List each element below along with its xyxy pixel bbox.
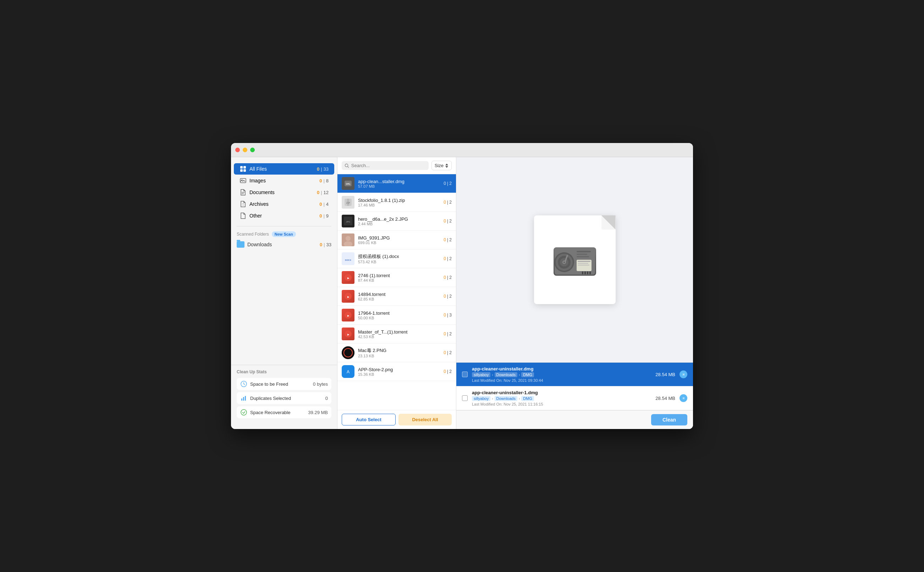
sort-arrows-icon bbox=[445, 163, 449, 168]
auto-select-button[interactable]: Auto Select bbox=[342, 414, 396, 426]
file-thumb-zip1: ZIP bbox=[342, 196, 354, 209]
file-size-jpg2: 699.01 KB bbox=[358, 241, 440, 245]
file-item-jpg1[interactable]: JPG hero__d6a...e_2x 2.JPG 2.44 MB 0 | 2 bbox=[337, 212, 456, 231]
sort-label: Size bbox=[435, 163, 444, 168]
preview-panel: app-cleaner-uninstaller.dmg sillyaboy › … bbox=[456, 157, 693, 429]
file-dupe-jpg1: 0 | 2 bbox=[444, 219, 452, 224]
file-size-torrent1: 87.44 KB bbox=[358, 278, 440, 283]
file-info-torrent2: 14894.torrent 62.85 KB bbox=[358, 292, 440, 301]
file-item-jpg2[interactable]: IMG_9391.JPG 699.01 KB 0 | 2 bbox=[337, 231, 456, 249]
svg-text:DOCX: DOCX bbox=[345, 259, 351, 261]
stat-space-freed: Space to be Freed 0 bytes bbox=[237, 378, 331, 390]
file-dupe-jpg2: 0 | 2 bbox=[444, 237, 452, 242]
sidebar-item-all-files[interactable]: All Files 0 | 33 bbox=[234, 163, 334, 174]
images-badge: 0 | 8 bbox=[319, 178, 329, 183]
svg-rect-43 bbox=[577, 251, 591, 252]
dup-finder-btn-2[interactable]: ⌘ bbox=[680, 394, 687, 402]
deselect-all-button[interactable]: Deselect All bbox=[399, 414, 452, 426]
archives-icon bbox=[239, 201, 247, 208]
hdd-preview-icon bbox=[552, 240, 598, 279]
clock-icon bbox=[240, 380, 247, 387]
dup-modified-1: Last Modified On: Nov 25, 2021 09:30:44 bbox=[472, 378, 651, 382]
search-input[interactable] bbox=[351, 163, 426, 168]
file-dupe-torrent1: 0 | 2 bbox=[444, 275, 452, 280]
file-list-footer: Auto Select Deselect All bbox=[337, 410, 456, 429]
file-item-docx1[interactable]: DOCX 授权函模板 (1).docx 573.42 KB 0 | 2 bbox=[337, 249, 456, 268]
all-files-badge: 0 | 33 bbox=[317, 166, 329, 172]
finder-icon-1: ⌘ bbox=[681, 372, 686, 376]
sidebar-item-other[interactable]: Other 0 | 9 bbox=[234, 210, 334, 221]
svg-text:⌘: ⌘ bbox=[682, 397, 685, 399]
duplicates-selected-label: Duplicates Selected bbox=[250, 396, 323, 401]
search-bar: Size bbox=[337, 157, 456, 174]
documents-label: Documents bbox=[250, 190, 314, 195]
svg-rect-3 bbox=[244, 169, 246, 172]
dup-path-1: sillyaboy › Downloads › DMG bbox=[472, 372, 651, 377]
search-input-wrapper[interactable] bbox=[342, 161, 429, 170]
svg-text:DMG: DMG bbox=[346, 183, 351, 186]
sort-dropdown[interactable]: Size bbox=[432, 161, 452, 170]
space-recoverable-value: 39.29 MB bbox=[308, 410, 328, 415]
file-size-jpg1: 2.44 MB bbox=[358, 222, 440, 226]
clean-button[interactable]: Clean bbox=[651, 414, 687, 426]
file-dupe-torrent4: 0 | 2 bbox=[444, 331, 452, 336]
file-item-dmg1[interactable]: DMG app-clean...staller.dmg 57.07 MB 0 |… bbox=[337, 174, 456, 193]
scanned-folders-label: Scanned Folders bbox=[237, 232, 269, 237]
duplicate-entry-2[interactable]: app-cleaner-uninstaller-1.dmg sillyaboy … bbox=[456, 386, 693, 410]
file-info-png1: Mac毒 2.PNG 23.13 KB bbox=[358, 347, 440, 358]
file-item-torrent4[interactable]: ▶ Master_of_T...(1).torrent 42.53 KB 0 |… bbox=[337, 325, 456, 344]
close-button[interactable] bbox=[235, 148, 240, 152]
file-item-torrent2[interactable]: ▶ 14894.torrent 62.85 KB 0 | 2 bbox=[337, 287, 456, 306]
file-dupe-torrent3: 0 | 3 bbox=[444, 312, 452, 317]
dup-checkbox-1[interactable] bbox=[462, 371, 468, 377]
zip-thumb-icon: ZIP bbox=[344, 198, 353, 207]
svg-text:A: A bbox=[347, 369, 349, 375]
svg-line-15 bbox=[348, 166, 349, 168]
duplicate-entry-1[interactable]: app-cleaner-uninstaller.dmg sillyaboy › … bbox=[456, 363, 693, 386]
stat-duplicates-selected: Duplicates Selected 0 bbox=[237, 392, 331, 404]
file-item-torrent1[interactable]: ▶ 2746 (1).torrent 87.44 KB 0 | 2 bbox=[337, 268, 456, 287]
svg-rect-45 bbox=[577, 256, 589, 257]
preview-top bbox=[456, 157, 693, 362]
file-name-jpg1: hero__d6a...e_2x 2.JPG bbox=[358, 216, 440, 222]
file-thumb-png2: A bbox=[342, 365, 354, 378]
sidebar-item-downloads-folder[interactable]: Downloads 0 | 33 bbox=[231, 239, 337, 250]
file-item-png1[interactable]: Mac毒 2.PNG 23.13 KB 0 | 2 bbox=[337, 344, 456, 362]
sidebar-categories: All Files 0 | 33 bbox=[231, 162, 337, 223]
space-freed-label: Space to be Freed bbox=[250, 381, 310, 387]
sidebar-item-documents[interactable]: Documents 0 | 12 bbox=[234, 187, 334, 198]
sidebar-item-archives[interactable]: Archives 0 | 4 bbox=[234, 198, 334, 210]
torrent3-thumb-icon: ▶ bbox=[344, 311, 353, 319]
downloads-folder-badge: 0 | 33 bbox=[320, 242, 331, 247]
dup-finder-btn-1[interactable]: ⌘ bbox=[680, 370, 687, 378]
sidebar-divider bbox=[237, 226, 331, 226]
dup-filename-1: app-cleaner-uninstaller.dmg bbox=[472, 366, 651, 371]
jpg-dark-thumb-icon: JPG bbox=[344, 217, 353, 225]
file-thumb-torrent1: ▶ bbox=[342, 271, 354, 284]
cleanup-stats-title: Clean Up Stats bbox=[237, 369, 331, 375]
dup-checkbox-2[interactable] bbox=[462, 395, 468, 401]
svg-rect-0 bbox=[240, 166, 243, 169]
file-item-png2[interactable]: A APP-Store-2.png 15.36 KB 0 | 2 bbox=[337, 362, 456, 381]
svg-rect-47 bbox=[578, 261, 590, 262]
file-info-torrent3: 17964-1.torrent 50.00 KB bbox=[358, 311, 440, 320]
downloads-folder-icon bbox=[237, 241, 244, 248]
minimize-button[interactable] bbox=[243, 148, 247, 152]
file-item-torrent3[interactable]: ▶ 17964-1.torrent 50.00 KB 0 | 3 bbox=[337, 306, 456, 325]
svg-rect-60 bbox=[589, 272, 591, 274]
new-scan-button[interactable]: New Scan bbox=[272, 232, 296, 237]
dup-info-2: app-cleaner-uninstaller-1.dmg sillyaboy … bbox=[472, 390, 651, 406]
file-item-zip1[interactable]: ZIP Stockfolio_1.8.1 (1).zip 17.46 MB 0 … bbox=[337, 193, 456, 212]
file-info-torrent1: 2746 (1).torrent 87.44 KB bbox=[358, 273, 440, 283]
svg-point-24 bbox=[346, 236, 351, 241]
app-window: All Files 0 | 33 bbox=[231, 143, 693, 429]
file-info-dmg1: app-clean...staller.dmg 57.07 MB bbox=[358, 179, 440, 188]
sidebar: All Files 0 | 33 bbox=[231, 157, 337, 429]
file-dupe-dmg1: 0 | 2 bbox=[444, 181, 452, 186]
check-circle-icon bbox=[240, 409, 247, 416]
torrent2-thumb-icon: ▶ bbox=[344, 292, 353, 300]
maximize-button[interactable] bbox=[250, 148, 255, 152]
sidebar-item-images[interactable]: Images 0 | 8 bbox=[234, 175, 334, 186]
file-thumb-torrent3: ▶ bbox=[342, 309, 354, 322]
all-files-label: All Files bbox=[250, 166, 314, 172]
